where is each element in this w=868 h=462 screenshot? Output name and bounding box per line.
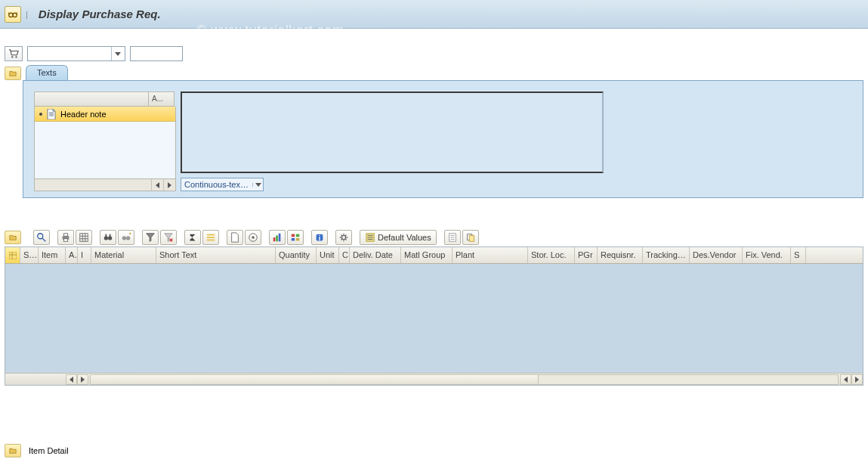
titlebar: | Display Purchase Req. [0,0,868,29]
filter-delete-button[interactable] [160,230,177,245]
details-button[interactable] [33,230,50,245]
select-all-button[interactable] [5,247,20,263]
magnifier-icon [36,232,47,243]
col-status[interactable]: St… [20,247,39,263]
chevron-left-icon [844,377,848,383]
tab-texts[interactable]: Texts [26,65,68,80]
svg-point-19 [252,236,255,239]
tab-texts-label: Texts [37,68,57,77]
scroll-left-button-2[interactable] [840,374,851,385]
find-button[interactable] [100,230,116,245]
scrollbar-track[interactable] [90,374,839,385]
svg-text:i: i [319,234,320,242]
tree-col-blank [34,91,149,107]
wrench-icon [290,232,301,243]
col-item[interactable]: Item [39,247,66,263]
svg-rect-8 [80,234,88,242]
help-button[interactable] [444,230,461,245]
scroll-right-button[interactable] [77,374,88,385]
col-unit[interactable]: Unit [317,247,339,263]
grid-body-empty [5,264,863,373]
tree-item-header-note[interactable]: Header note [35,107,175,122]
personal-settings-button[interactable] [335,230,352,245]
print-button[interactable] [57,230,74,245]
layout-button[interactable] [76,230,92,245]
tree-scroll-left[interactable] [151,179,163,191]
cart-button[interactable] [5,46,23,61]
editor-mode-combo[interactable]: Continuous-tex… [181,178,264,191]
find-next-button[interactable] [118,230,134,245]
col-material[interactable]: Material [91,247,156,263]
col-requisnr[interactable]: Requisnr. [598,247,643,263]
col-stor-loc[interactable]: Stor. Loc. [528,247,575,263]
col-c[interactable]: C [339,247,350,263]
expand-item-detail-button[interactable] [5,444,21,457]
col-deliv-date[interactable]: Deliv. Date [350,247,401,263]
col-pgr[interactable]: PGr [575,247,598,263]
grid-header: St… Item A I Material Short Text Quantit… [5,247,863,264]
bullet-icon [39,113,42,116]
item-detail-label: Item Detail [29,446,69,455]
copy-button[interactable] [462,230,479,245]
svg-rect-33 [469,235,474,241]
long-text-editor[interactable] [181,91,604,173]
default-values-button[interactable]: Default Values [360,230,437,245]
col-quantity[interactable]: Quantity [276,247,317,263]
item-overview-grid: St… Item A I Material Short Text Quantit… [5,247,863,386]
page-icon [230,232,240,243]
views-button[interactable] [245,230,261,245]
scroll-left-button[interactable] [66,374,77,385]
editor-mode-value: Continuous-tex… [184,180,249,189]
display-toggle-button[interactable] [5,6,21,23]
col-a[interactable]: A [66,247,78,263]
tree-scroll-right[interactable] [163,179,175,191]
expand-items-button[interactable] [5,231,21,244]
item-overview-toolbar-row: i Default Values [0,228,868,247]
alv-toolbar: i Default Values [33,230,479,245]
page-lines-icon [447,232,458,243]
export-button[interactable] [227,230,243,245]
chevron-right-icon [81,377,85,383]
cart-icon [8,48,19,59]
info-button[interactable]: i [311,230,328,245]
printer-icon [60,232,71,243]
svg-rect-16 [207,237,215,238]
default-values-label: Default Values [378,233,431,242]
svg-rect-34 [9,252,17,259]
sum-button[interactable] [184,230,201,245]
scroll-right-button-2[interactable] [851,374,863,385]
svg-rect-15 [207,234,215,236]
subtotal-icon [205,232,216,243]
graphic-button[interactable] [269,230,286,245]
document-icon [47,109,56,119]
scrollbar-thumb[interactable] [91,375,539,384]
texts-panel: A... Header note Continuous-tex… [23,80,863,198]
settings-button[interactable] [287,230,304,245]
select-all-icon [9,252,17,259]
col-short-text[interactable]: Short Text [156,247,276,263]
doc-number-field[interactable] [130,46,183,61]
col-plant[interactable]: Plant [453,247,528,263]
glasses-icon [8,9,18,20]
svg-point-0 [9,13,13,17]
col-s[interactable]: S [791,247,806,263]
svg-rect-26 [296,238,299,241]
svg-rect-21 [276,235,278,241]
expand-header-button[interactable] [5,67,21,80]
col-des-vendor[interactable]: Des.Vendor [690,247,743,263]
funnel-icon [145,232,156,243]
col-fix-vend[interactable]: Fix. Vend. [743,247,791,263]
item-detail-section: Item Detail [5,444,69,457]
svg-rect-22 [279,234,281,242]
col-i[interactable]: I [78,247,91,263]
filter-button[interactable] [142,230,159,245]
binoculars-icon [103,232,113,243]
chevron-down-icon [111,47,123,60]
col-matl-group[interactable]: Matl Group [401,247,453,263]
svg-point-1 [13,13,17,17]
svg-rect-7 [63,239,67,242]
col-tracking[interactable]: Tracking… [643,247,690,263]
doc-type-combo[interactable] [27,46,125,61]
subtotal-button[interactable] [202,230,219,245]
svg-point-2 [11,56,13,57]
